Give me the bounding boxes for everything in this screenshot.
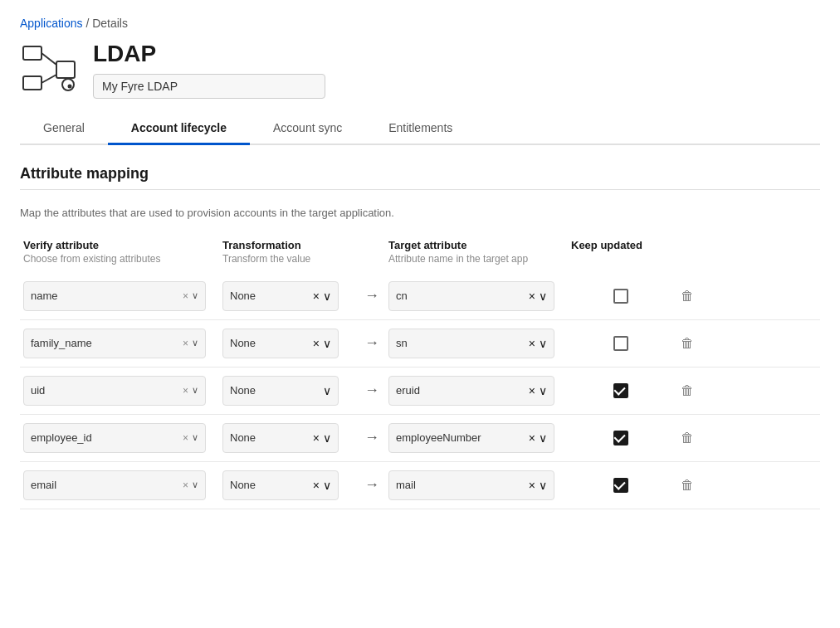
transform-select-3[interactable]: None × ∨	[222, 423, 355, 453]
verify-chevron-4[interactable]: ∨	[192, 480, 198, 490]
verify-chevron-2[interactable]: ∨	[192, 385, 198, 396]
delete-cell-2[interactable]: 🗑	[671, 383, 704, 398]
tabs: General Account lifecycle Account sync E…	[20, 113, 820, 145]
verify-clear-2[interactable]: ×	[183, 385, 188, 397]
keep-updated-0[interactable]	[571, 289, 671, 304]
target-value-1: sn	[396, 337, 525, 349]
transform-chevron-0[interactable]: ∨	[323, 290, 331, 303]
transform-select-1[interactable]: None × ∨	[222, 329, 355, 358]
target-clear-4[interactable]: ×	[529, 479, 535, 492]
verify-select-2[interactable]: uid × ∨	[23, 376, 222, 406]
arrow-3: →	[355, 429, 388, 446]
breadcrumb-parent[interactable]: Applications	[20, 17, 83, 30]
transform-chevron-1[interactable]: ∨	[323, 337, 331, 350]
target-value-2: eruid	[396, 384, 525, 397]
keep-updated-2[interactable]	[571, 383, 671, 398]
keep-updated-3[interactable]	[571, 431, 671, 445]
checkbox-4[interactable]	[613, 478, 628, 493]
app-header: LDAP	[20, 40, 820, 100]
verify-select-0[interactable]: name × ∨	[23, 281, 222, 311]
table-row: name × ∨ None × ∨ → cn × ∨	[20, 273, 820, 320]
target-select-4[interactable]: mail × ∨	[388, 470, 571, 500]
delete-icon-3[interactable]: 🗑	[681, 431, 694, 445]
verify-chevron-1[interactable]: ∨	[192, 338, 198, 348]
app-name-input[interactable]	[93, 74, 325, 99]
transform-clear-1[interactable]: ×	[313, 337, 320, 350]
verify-clear-4[interactable]: ×	[183, 480, 188, 491]
verify-chevron-0[interactable]: ∨	[192, 290, 198, 301]
target-select-0[interactable]: cn × ∨	[388, 281, 571, 311]
target-clear-2[interactable]: ×	[529, 384, 535, 397]
transform-select-0[interactable]: None × ∨	[222, 281, 355, 311]
tab-account-sync[interactable]: Account sync	[250, 113, 365, 145]
delete-cell-4[interactable]: 🗑	[671, 478, 704, 493]
target-select-2[interactable]: eruid × ∨	[388, 376, 571, 406]
target-clear-1[interactable]: ×	[529, 337, 535, 350]
delete-cell-3[interactable]: 🗑	[671, 431, 704, 445]
delete-cell-0[interactable]: 🗑	[671, 289, 704, 304]
col-header-keep-updated: Keep updated	[571, 239, 671, 251]
breadcrumb: Applications / Details	[20, 17, 820, 30]
transform-clear-3[interactable]: ×	[313, 431, 320, 445]
target-value-4: mail	[396, 479, 525, 491]
verify-clear-1[interactable]: ×	[183, 338, 188, 349]
target-chevron-4[interactable]: ∨	[539, 479, 547, 492]
target-chevron-2[interactable]: ∨	[539, 384, 547, 397]
checkbox-1[interactable]	[613, 336, 628, 351]
verify-value-1: family_name	[31, 337, 179, 349]
delete-icon-4[interactable]: 🗑	[681, 478, 694, 493]
delete-icon-0[interactable]: 🗑	[681, 289, 694, 304]
target-chevron-3[interactable]: ∨	[539, 431, 547, 445]
checkbox-2[interactable]	[613, 383, 628, 398]
table-row: employee_id × ∨ None × ∨ → employeeNumbe…	[20, 415, 820, 462]
svg-line-6	[42, 75, 56, 83]
transform-value-2: None	[230, 384, 320, 397]
attribute-mapping-section: Attribute mapping Map the attributes tha…	[20, 165, 820, 509]
transform-clear-4[interactable]: ×	[313, 479, 320, 492]
transform-select-2[interactable]: None ∨	[222, 376, 355, 406]
transform-chevron-4[interactable]: ∨	[323, 479, 331, 492]
target-select-1[interactable]: sn × ∨	[388, 329, 571, 358]
verify-value-0: name	[31, 290, 179, 302]
checkbox-0[interactable]	[613, 289, 628, 304]
tab-entitlements[interactable]: Entitlements	[365, 113, 476, 145]
target-chevron-0[interactable]: ∨	[539, 290, 547, 303]
delete-icon-1[interactable]: 🗑	[681, 336, 694, 351]
section-title: Attribute mapping	[20, 165, 820, 183]
column-headers: Verify attribute Choose from existing at…	[20, 239, 820, 266]
app-title: LDAP	[93, 41, 325, 67]
verify-value-2: uid	[31, 384, 179, 397]
keep-updated-4[interactable]	[571, 478, 671, 493]
target-clear-0[interactable]: ×	[529, 290, 535, 303]
verify-clear-3[interactable]: ×	[183, 432, 188, 444]
keep-updated-1[interactable]	[571, 336, 671, 351]
arrow-1: →	[355, 334, 388, 352]
arrow-0: →	[355, 287, 388, 304]
target-value-0: cn	[396, 290, 525, 302]
verify-chevron-3[interactable]: ∨	[192, 432, 198, 443]
verify-clear-0[interactable]: ×	[183, 290, 188, 302]
table-row: uid × ∨ None ∨ → eruid × ∨	[20, 368, 820, 415]
verify-select-1[interactable]: family_name × ∨	[23, 329, 222, 358]
verify-value-3: employee_id	[31, 431, 179, 444]
section-description: Map the attributes that are used to prov…	[20, 207, 820, 219]
target-select-3[interactable]: employeeNumber × ∨	[388, 423, 571, 453]
verify-value-4: email	[31, 479, 179, 491]
transform-chevron-2[interactable]: ∨	[323, 384, 331, 397]
col-header-transformation: Transformation Transform the value	[222, 239, 355, 266]
target-clear-3[interactable]: ×	[529, 431, 535, 445]
transform-chevron-3[interactable]: ∨	[323, 431, 331, 445]
table-row: family_name × ∨ None × ∨ → sn × ∨	[20, 320, 820, 368]
target-chevron-1[interactable]: ∨	[539, 337, 547, 350]
col-header-verify: Verify attribute Choose from existing at…	[23, 239, 222, 266]
delete-cell-1[interactable]: 🗑	[671, 336, 704, 351]
verify-select-3[interactable]: employee_id × ∨	[23, 423, 222, 453]
verify-select-4[interactable]: email × ∨	[23, 470, 222, 500]
delete-icon-2[interactable]: 🗑	[681, 383, 694, 398]
tab-general[interactable]: General	[20, 113, 108, 145]
checkbox-3[interactable]	[613, 431, 628, 445]
transform-select-4[interactable]: None × ∨	[222, 470, 355, 500]
transform-clear-0[interactable]: ×	[313, 290, 320, 303]
svg-line-5	[42, 53, 56, 65]
tab-account-lifecycle[interactable]: Account lifecycle	[108, 113, 250, 145]
